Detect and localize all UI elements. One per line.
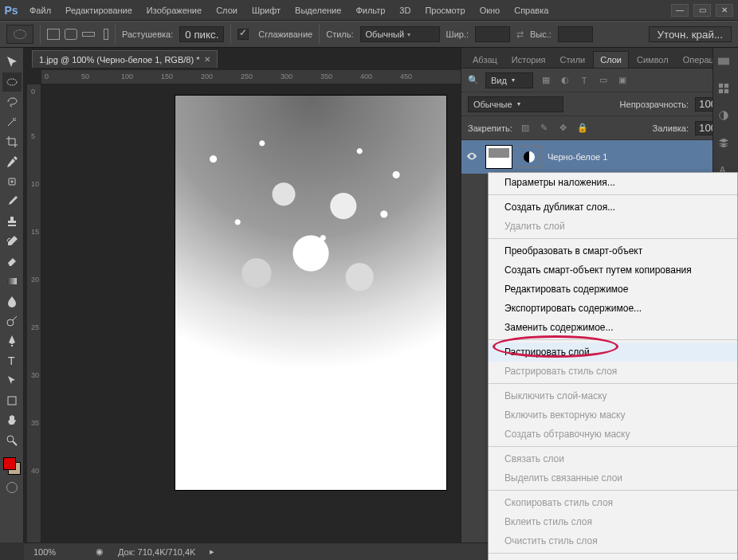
- zoom-tool[interactable]: [2, 431, 22, 450]
- lock-all-icon[interactable]: 🔒: [576, 122, 589, 135]
- chevron-right-icon[interactable]: ▸: [210, 546, 214, 557]
- tab-styles[interactable]: Стили: [554, 52, 592, 68]
- svg-rect-2: [7, 278, 17, 284]
- blend-mode-dropdown[interactable]: Обычные: [468, 96, 563, 112]
- tab-history[interactable]: История: [505, 52, 552, 68]
- menu-image[interactable]: Изображение: [139, 0, 209, 21]
- swatches-panel-icon[interactable]: [718, 83, 734, 99]
- filter-pixel-icon[interactable]: ▦: [540, 74, 552, 87]
- ctx-export-contents[interactable]: Экспортировать содержимое...: [489, 299, 737, 318]
- healing-brush-tool[interactable]: [2, 172, 22, 191]
- swap-dims-icon[interactable]: ⇄: [516, 29, 524, 40]
- marquee-tool[interactable]: [2, 72, 22, 92]
- svg-rect-8: [718, 84, 722, 88]
- width-input[interactable]: [475, 26, 510, 42]
- ctx-convert-smart[interactable]: Преобразовать в смарт-объект: [489, 241, 737, 260]
- adjustments-panel-icon[interactable]: [718, 110, 734, 126]
- color-panel-icon[interactable]: [718, 56, 734, 72]
- panel-tabs: Абзац История Стили Слои Символ Операции…: [461, 48, 738, 69]
- menu-edit[interactable]: Редактирование: [58, 0, 139, 21]
- filter-type-dropdown[interactable]: Вид: [485, 72, 533, 88]
- blur-tool[interactable]: [2, 292, 22, 311]
- menu-layer[interactable]: Слои: [209, 0, 245, 21]
- magic-wand-tool[interactable]: [2, 112, 22, 131]
- close-document-icon[interactable]: ✕: [204, 55, 210, 64]
- layer-filter-row: 🔍 Вид ▦ ◐ T ▭ ▣ ⏻: [461, 69, 738, 92]
- hand-tool[interactable]: [2, 411, 22, 430]
- selection-add-icon[interactable]: [65, 29, 77, 40]
- style-dropdown[interactable]: Обычный: [360, 26, 440, 42]
- ctx-new-smart-copy[interactable]: Создать смарт-объект путем копирования: [489, 260, 737, 280]
- filter-smart-icon[interactable]: ▣: [616, 74, 629, 87]
- menu-type[interactable]: Шрифт: [245, 0, 288, 21]
- minimize-button[interactable]: —: [671, 4, 689, 17]
- feather-label: Растушевка:: [122, 29, 173, 39]
- crop-tool[interactable]: [2, 132, 22, 151]
- close-button[interactable]: ✕: [716, 4, 733, 17]
- canvas[interactable]: [175, 96, 446, 490]
- menu-3d[interactable]: 3D: [392, 0, 418, 21]
- adjustment-icon[interactable]: [517, 146, 541, 168]
- stamp-tool[interactable]: [2, 212, 22, 231]
- tool-preset-picker[interactable]: [6, 25, 33, 44]
- selection-intersect-icon[interactable]: [104, 29, 108, 40]
- eyedropper-tool[interactable]: [2, 152, 22, 171]
- layer-row[interactable]: Черно-белое 1: [461, 140, 738, 174]
- tools-panel: T: [0, 48, 24, 542]
- layer-name[interactable]: Черно-белое 1: [548, 152, 607, 162]
- pen-tool[interactable]: [2, 331, 22, 350]
- brush-tool[interactable]: [2, 192, 22, 211]
- ctx-rasterize-layer[interactable]: Растрировать слой: [489, 343, 737, 362]
- path-select-tool[interactable]: [2, 371, 22, 390]
- feather-input[interactable]: [179, 26, 224, 42]
- selection-new-icon[interactable]: [47, 29, 60, 40]
- ctx-replace-contents[interactable]: Заменить содержимое...: [489, 318, 737, 337]
- search-icon: 🔍: [468, 75, 479, 85]
- antialias-checkbox[interactable]: [237, 29, 249, 40]
- type-tool[interactable]: T: [2, 351, 22, 370]
- svg-rect-10: [718, 89, 722, 93]
- move-tool[interactable]: [2, 53, 22, 72]
- lasso-tool[interactable]: [2, 92, 22, 112]
- lock-position-icon[interactable]: ✥: [557, 122, 570, 135]
- shape-tool[interactable]: [2, 391, 22, 410]
- dodge-tool[interactable]: [2, 311, 22, 331]
- tab-paragraph[interactable]: Абзац: [466, 52, 504, 68]
- refine-edge-button[interactable]: Уточн. край...: [649, 26, 732, 42]
- ctx-blending-options[interactable]: Параметры наложения...: [489, 173, 737, 192]
- document-tab[interactable]: 1.jpg @ 100% (Черно-белое 1, RGB/8) * ✕: [32, 50, 218, 68]
- layers-panel-icon[interactable]: [718, 137, 734, 153]
- menu-select[interactable]: Выделение: [288, 0, 348, 21]
- zoom-value[interactable]: 100%: [33, 547, 81, 557]
- maximize-button[interactable]: ▭: [693, 4, 711, 17]
- height-input[interactable]: [558, 26, 593, 42]
- filter-shape-icon[interactable]: ▭: [597, 74, 610, 87]
- quick-mask-toggle[interactable]: [2, 479, 22, 496]
- menu-file[interactable]: Файл: [22, 0, 58, 21]
- selection-subtract-icon[interactable]: [82, 32, 95, 37]
- gradient-tool[interactable]: [2, 272, 22, 291]
- layer-thumbnail[interactable]: [485, 145, 512, 169]
- eraser-tool[interactable]: [2, 252, 22, 271]
- color-swatches[interactable]: [3, 457, 21, 475]
- svg-rect-5: [8, 397, 16, 405]
- ctx-edit-contents[interactable]: Редактировать содержимое: [489, 280, 737, 299]
- visibility-icon[interactable]: [466, 151, 479, 163]
- menu-view[interactable]: Просмотр: [418, 0, 472, 21]
- menu-filter[interactable]: Фильтр: [348, 0, 392, 21]
- width-label: Шир.:: [446, 29, 469, 39]
- ctx-copy-style: Скопировать стиль слоя: [489, 493, 737, 512]
- layer-context-menu: Параметры наложения... Создать дубликат …: [488, 172, 738, 560]
- menu-window[interactable]: Окно: [473, 0, 508, 21]
- filter-adjust-icon[interactable]: ◐: [559, 74, 571, 87]
- tab-symbol[interactable]: Символ: [630, 52, 675, 68]
- tab-layers[interactable]: Слои: [593, 51, 629, 68]
- lock-pixels-icon[interactable]: ✎: [538, 122, 551, 135]
- lock-transparency-icon[interactable]: ▨: [519, 122, 532, 135]
- menu-help[interactable]: Справка: [507, 0, 555, 21]
- options-bar: Растушевка: Сглаживание Стиль: Обычный Ш…: [0, 21, 738, 48]
- nav-icon[interactable]: ◉: [96, 546, 104, 557]
- filter-type-icon[interactable]: T: [578, 74, 591, 87]
- ctx-duplicate-layer[interactable]: Создать дубликат слоя...: [489, 198, 737, 217]
- history-brush-tool[interactable]: [2, 232, 22, 251]
